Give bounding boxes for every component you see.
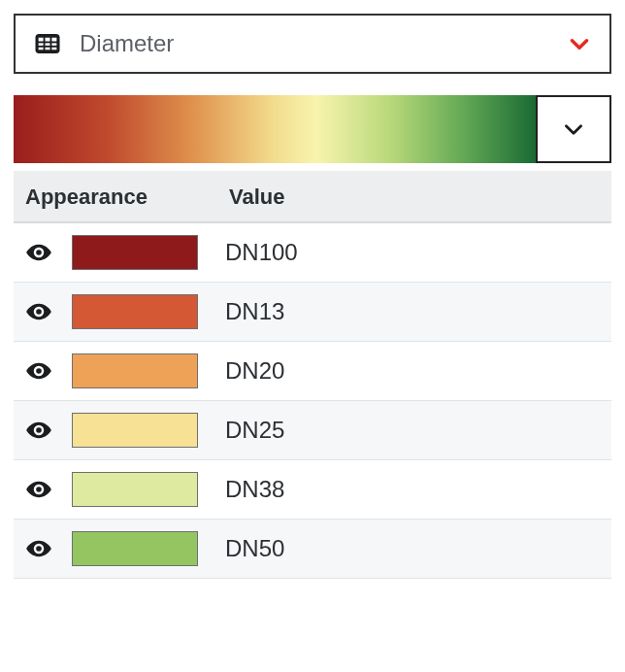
eye-icon	[25, 298, 52, 325]
visibility-toggle[interactable]	[25, 357, 72, 385]
color-swatch[interactable]	[72, 413, 198, 448]
svg-point-15	[36, 546, 42, 552]
color-gradient-bar[interactable]	[14, 95, 536, 163]
table-row: DN100	[14, 223, 611, 283]
eye-icon	[25, 357, 52, 385]
visibility-toggle[interactable]	[25, 298, 72, 325]
svg-point-10	[36, 250, 42, 255]
color-value-table: Appearance Value DN100DN13DN20DN25DN38DN…	[14, 171, 611, 579]
attribute-dropdown-label: Diameter	[80, 30, 549, 57]
table-row: DN13	[14, 283, 611, 342]
chevron-down-icon	[561, 117, 586, 142]
color-gradient-row	[14, 95, 611, 163]
visibility-toggle[interactable]	[25, 239, 72, 266]
color-swatch[interactable]	[72, 235, 198, 270]
attribute-dropdown[interactable]: Diameter	[14, 14, 611, 74]
svg-rect-9	[51, 48, 56, 50]
color-gradient-toggle[interactable]	[536, 95, 611, 163]
chevron-down-icon	[567, 31, 592, 56]
eye-icon	[25, 535, 52, 562]
svg-point-14	[36, 487, 42, 492]
value-cell: DN50	[225, 535, 284, 562]
eye-icon	[25, 476, 52, 503]
svg-rect-4	[39, 43, 44, 46]
svg-point-12	[36, 368, 42, 374]
table-icon	[33, 29, 62, 58]
value-cell: DN100	[225, 239, 298, 266]
table-row: DN20	[14, 342, 611, 401]
value-cell: DN13	[225, 298, 284, 325]
table-header: Appearance Value	[14, 171, 611, 223]
svg-rect-2	[46, 38, 50, 42]
color-swatch[interactable]	[72, 531, 198, 566]
visibility-toggle[interactable]	[25, 535, 72, 562]
eye-icon	[25, 417, 52, 444]
eye-icon	[25, 239, 52, 266]
svg-rect-1	[39, 38, 44, 42]
svg-rect-3	[51, 38, 56, 42]
column-header-value: Value	[229, 185, 600, 210]
svg-rect-7	[39, 48, 44, 50]
visibility-toggle[interactable]	[25, 417, 72, 444]
svg-rect-8	[46, 48, 50, 50]
table-row: DN25	[14, 401, 611, 460]
column-header-appearance: Appearance	[25, 185, 229, 210]
svg-point-11	[36, 309, 42, 315]
table-row: DN38	[14, 460, 611, 520]
color-swatch[interactable]	[72, 353, 198, 388]
value-cell: DN20	[225, 357, 284, 385]
svg-point-13	[36, 427, 42, 433]
color-swatch[interactable]	[72, 294, 198, 329]
svg-rect-5	[46, 43, 50, 46]
value-cell: DN25	[225, 417, 284, 444]
color-swatch[interactable]	[72, 472, 198, 507]
visibility-toggle[interactable]	[25, 476, 72, 503]
table-row: DN50	[14, 520, 611, 579]
value-cell: DN38	[225, 476, 284, 503]
svg-rect-6	[51, 43, 56, 46]
